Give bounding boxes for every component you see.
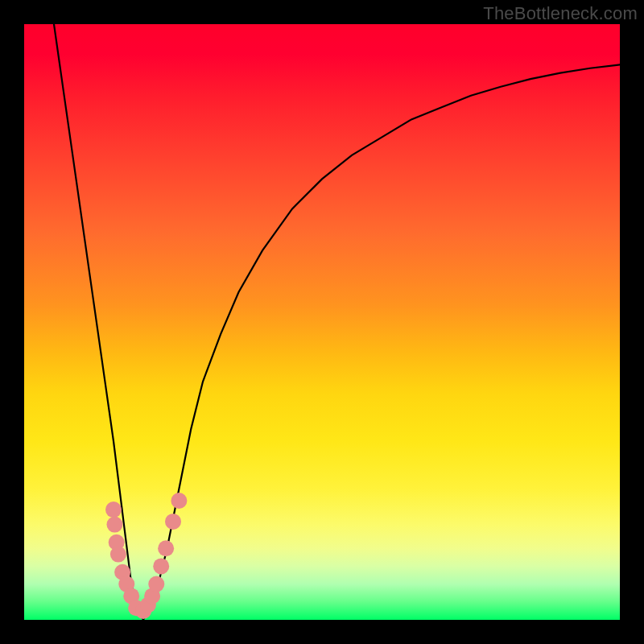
marker-dot	[153, 558, 169, 574]
marker-dot	[106, 517, 122, 533]
marker-dot	[105, 502, 122, 518]
curve-svg	[24, 24, 620, 620]
bottleneck-curve-path	[54, 24, 620, 620]
marker-dot	[158, 540, 174, 556]
plot-area	[24, 24, 620, 620]
marker-dot	[110, 547, 126, 563]
marker-dot	[171, 493, 187, 509]
marker-dot	[148, 576, 164, 592]
chart-frame: TheBottleneck.com	[0, 0, 644, 644]
watermark-label: TheBottleneck.com	[483, 3, 638, 24]
marker-dot	[165, 514, 181, 530]
